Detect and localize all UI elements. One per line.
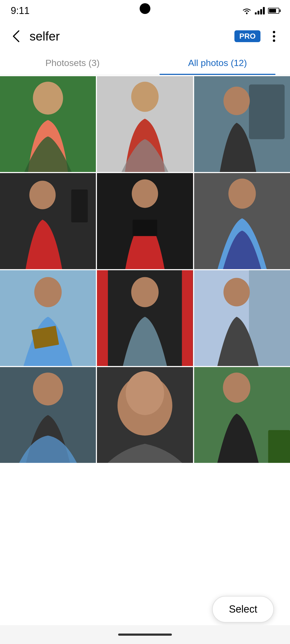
status-time: 9:11 bbox=[11, 5, 30, 16]
svg-point-34 bbox=[223, 372, 250, 402]
tab-photosets[interactable]: Photosets (3) bbox=[0, 51, 145, 75]
photo-item[interactable] bbox=[0, 270, 96, 366]
back-button[interactable] bbox=[8, 28, 24, 44]
svg-point-18 bbox=[34, 277, 62, 307]
svg-point-23 bbox=[131, 277, 159, 307]
battery-icon bbox=[268, 8, 279, 14]
bottom-nav-bar bbox=[0, 625, 290, 644]
svg-rect-6 bbox=[249, 85, 285, 139]
tab-all-photos[interactable]: All photos (12) bbox=[145, 51, 290, 75]
svg-rect-9 bbox=[71, 190, 88, 223]
svg-point-28 bbox=[33, 372, 63, 405]
photo-item[interactable] bbox=[0, 76, 96, 172]
photo-item[interactable] bbox=[0, 173, 96, 269]
svg-point-7 bbox=[223, 87, 250, 115]
photo-item[interactable] bbox=[194, 270, 290, 366]
header-title-row: selfer PRO bbox=[30, 29, 260, 43]
svg-rect-22 bbox=[182, 270, 193, 366]
svg-point-10 bbox=[29, 181, 56, 209]
svg-point-13 bbox=[132, 180, 158, 208]
svg-point-0 bbox=[246, 13, 248, 14]
svg-rect-25 bbox=[249, 270, 290, 366]
photo-item[interactable] bbox=[97, 76, 193, 172]
photo-item[interactable] bbox=[97, 173, 193, 269]
svg-rect-21 bbox=[97, 270, 108, 366]
wifi-icon bbox=[242, 7, 252, 14]
photo-grid bbox=[0, 75, 290, 464]
svg-point-2 bbox=[33, 82, 63, 115]
pro-badge: PRO bbox=[234, 30, 260, 42]
photo-item[interactable] bbox=[0, 367, 96, 463]
svg-point-31 bbox=[126, 371, 164, 415]
svg-rect-33 bbox=[268, 430, 290, 463]
svg-point-16 bbox=[228, 179, 256, 209]
home-indicator bbox=[118, 634, 172, 636]
camera-notch bbox=[140, 3, 150, 14]
photo-item[interactable] bbox=[97, 270, 193, 366]
svg-point-4 bbox=[131, 82, 159, 112]
photo-item[interactable] bbox=[194, 367, 290, 463]
tabs: Photosets (3) All photos (12) bbox=[0, 51, 290, 75]
svg-point-26 bbox=[223, 278, 250, 306]
select-button[interactable]: Select bbox=[212, 596, 274, 623]
photo-item[interactable] bbox=[194, 173, 290, 269]
header: selfer PRO bbox=[0, 21, 290, 51]
signal-icon bbox=[255, 7, 265, 14]
more-options-button[interactable] bbox=[266, 28, 282, 44]
svg-rect-14 bbox=[133, 220, 157, 236]
photo-item[interactable] bbox=[194, 76, 290, 172]
app-title: selfer bbox=[30, 29, 227, 43]
photo-item[interactable] bbox=[97, 367, 193, 463]
status-icons bbox=[242, 7, 279, 14]
more-dots-icon bbox=[273, 31, 275, 42]
